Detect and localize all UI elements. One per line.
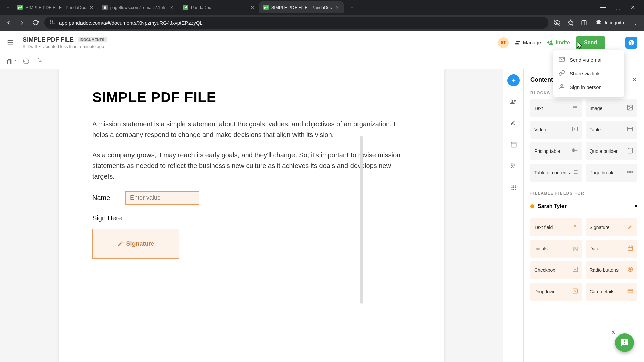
hamburger-menu-button[interactable] xyxy=(7,39,15,47)
svg-point-30 xyxy=(513,189,514,190)
toc-icon xyxy=(572,169,578,177)
field-date[interactable]: Date xyxy=(586,240,638,258)
canvas-area[interactable]: SIMPLE PDF FILE A mission statement is a… xyxy=(0,69,503,362)
reload-button[interactable] xyxy=(31,18,40,27)
sign-here-label: Sign Here: xyxy=(92,214,411,222)
more-actions-button[interactable]: ⋮ xyxy=(611,39,619,47)
chat-fab-button[interactable] xyxy=(615,333,634,352)
redo-button[interactable] xyxy=(35,58,42,66)
back-button[interactable] xyxy=(4,18,13,27)
browser-chrome: pd SIMPLE PDF FILE - PandaDoc ✕ ◉ pagefl… xyxy=(0,0,644,31)
tab-search-dropdown[interactable] xyxy=(3,2,13,13)
visibility-off-icon[interactable] xyxy=(552,18,562,27)
tab-title: SIMPLE PDF FILE - PandaDoc xyxy=(271,5,332,10)
url-text: app.pandadoc.com/a/#/documents/XNpzmyuRG… xyxy=(59,20,203,26)
manage-button[interactable]: Manage xyxy=(515,40,541,46)
manage-label: Manage xyxy=(523,40,541,45)
text-field-icon xyxy=(572,223,578,231)
pagebreak-icon xyxy=(627,169,633,177)
side-rail xyxy=(503,69,523,362)
panel-close-button[interactable]: ✕ xyxy=(632,76,637,84)
block-toc[interactable]: Table of contents xyxy=(530,164,582,182)
undo-button[interactable] xyxy=(23,58,30,66)
svg-point-18 xyxy=(513,121,514,122)
svg-rect-19 xyxy=(511,123,513,125)
recipient-selector[interactable]: Sarah Tyler ▾ xyxy=(530,200,637,213)
name-label: Name: xyxy=(92,194,112,202)
browser-tab-0[interactable]: pd SIMPLE PDF FILE - PandaDoc ✕ xyxy=(13,1,98,13)
signature-label: Signature xyxy=(126,240,154,247)
calendar-icon xyxy=(627,245,633,252)
right-panel: Content ✕ BLOCKS Text Image Video Ta xyxy=(523,69,644,362)
tab-favicon: pd xyxy=(263,5,269,10)
name-input[interactable] xyxy=(125,191,199,205)
email-icon xyxy=(559,56,566,63)
tab-title: PandaDoc xyxy=(191,5,247,10)
status-dot-icon xyxy=(23,45,25,48)
tab-strip: pd SIMPLE PDF FILE - PandaDoc ✕ ◉ pagefl… xyxy=(0,0,644,15)
field-initials[interactable]: Initials IN xyxy=(530,240,582,258)
invite-label: Invite xyxy=(556,40,570,46)
bookmark-star-icon[interactable] xyxy=(566,18,575,27)
block-table[interactable]: Table xyxy=(586,121,638,139)
forward-button[interactable] xyxy=(17,18,27,27)
field-card-details[interactable]: Card details xyxy=(586,283,638,301)
incognito-label: Incognito xyxy=(605,20,624,25)
recipients-rail-button[interactable] xyxy=(507,96,520,108)
avatar[interactable]: ST xyxy=(498,37,509,48)
close-window-button[interactable]: ✕ xyxy=(629,4,636,11)
chevron-down-icon: ▾ xyxy=(635,203,637,209)
page-count[interactable]: 1 xyxy=(7,59,17,65)
help-button[interactable] xyxy=(625,37,637,49)
header-actions: ST Manage Invite Send ⋮ xyxy=(498,36,637,49)
block-video[interactable]: Video xyxy=(530,121,582,139)
chat-close-button[interactable]: ✕ xyxy=(611,329,618,336)
site-settings-icon[interactable] xyxy=(50,20,55,26)
block-pricing-table[interactable]: Pricing table $ xyxy=(530,142,582,160)
browser-tab-2[interactable]: pd PandaDoc ✕ xyxy=(179,1,259,13)
minimize-button[interactable]: — xyxy=(600,4,606,11)
invite-button[interactable]: Invite xyxy=(547,39,570,46)
share-via-link-item[interactable]: Share via link xyxy=(553,67,624,80)
browser-tab-1[interactable]: ◉ pageflows.com/_emails/7fb5 ✕ xyxy=(98,1,179,13)
new-tab-button[interactable]: + xyxy=(346,2,357,13)
tab-close-icon[interactable]: ✕ xyxy=(89,5,94,10)
block-image[interactable]: Image xyxy=(586,99,638,117)
maximize-button[interactable]: ▢ xyxy=(614,4,621,11)
browser-tab-3[interactable]: pd SIMPLE PDF FILE - PandaDoc ✕ xyxy=(259,1,344,13)
signature-field[interactable]: Signature xyxy=(92,229,179,259)
scrollbar[interactable] xyxy=(360,136,363,304)
field-signature[interactable]: Signature xyxy=(586,218,638,236)
tab-close-icon[interactable]: ✕ xyxy=(334,5,340,10)
block-page-break[interactable]: Page break xyxy=(586,164,638,182)
field-radio[interactable]: Radio buttons xyxy=(586,261,638,279)
person-icon xyxy=(559,84,566,91)
tab-close-icon[interactable]: ✕ xyxy=(169,5,175,10)
tab-title: pageflows.com/_emails/7fb5 xyxy=(110,5,167,10)
app-root: SIMPLE PDF FILE DOCUMENTS Draft • Update… xyxy=(0,31,644,362)
sign-in-person-item[interactable]: Sign in person xyxy=(553,80,624,94)
layout-rail-button[interactable] xyxy=(507,139,520,151)
send-button[interactable]: Send xyxy=(576,36,605,49)
variables-rail-button[interactable] xyxy=(507,117,520,129)
block-quote-builder[interactable]: Quote builder xyxy=(586,142,638,160)
document-page[interactable]: SIMPLE PDF FILE A mission statement is a… xyxy=(59,69,444,362)
browser-menu-icon[interactable]: ⋮ xyxy=(631,18,640,27)
workflow-rail-button[interactable] xyxy=(507,160,520,172)
side-panel-icon[interactable] xyxy=(579,18,589,27)
field-checkbox[interactable]: Checkbox xyxy=(530,261,582,279)
field-text[interactable]: Text field xyxy=(530,218,582,236)
tab-close-icon[interactable]: ✕ xyxy=(250,5,255,10)
incognito-badge[interactable]: Incognito xyxy=(593,19,627,26)
svg-text:$: $ xyxy=(572,148,574,152)
content-rail-button[interactable] xyxy=(507,74,520,86)
radio-icon xyxy=(627,266,633,274)
send-via-email-item[interactable]: Send via email xyxy=(553,53,624,67)
svg-rect-20 xyxy=(511,142,516,147)
apps-rail-button[interactable] xyxy=(507,182,520,194)
field-dropdown[interactable]: Dropdown xyxy=(530,283,582,301)
doc-title[interactable]: SIMPLE PDF FILE xyxy=(23,36,74,43)
url-bar[interactable]: app.pandadoc.com/a/#/documents/XNpzmyuRG… xyxy=(44,17,548,29)
document-heading: SIMPLE PDF FILE xyxy=(92,89,411,105)
block-text[interactable]: Text xyxy=(530,99,582,117)
